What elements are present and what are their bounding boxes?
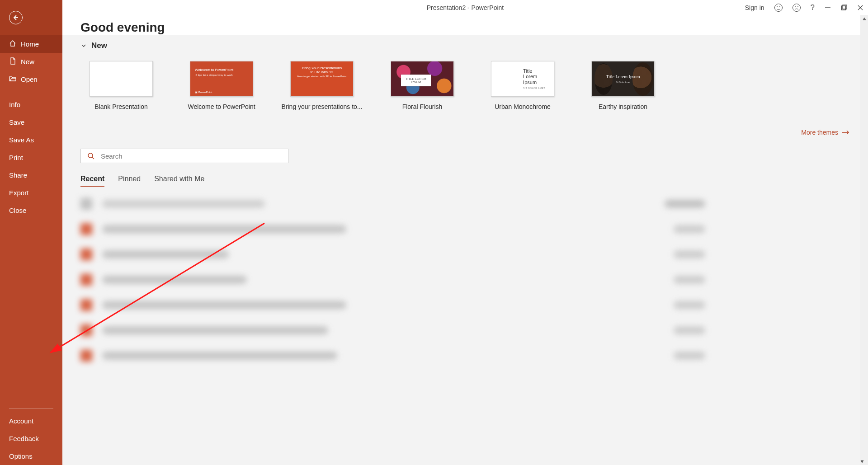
template-thumbnail: TitleLorem IpsumSIT DOLOR AMET — [491, 61, 554, 97]
sidebar-item-open[interactable]: Open — [0, 70, 62, 88]
new-section-header[interactable]: New — [80, 41, 850, 50]
page-icon — [9, 57, 16, 66]
new-section-label: New — [91, 41, 107, 50]
template-orange1[interactable]: Welcome to PowerPoint5 tips for a simple… — [190, 61, 253, 110]
chevron-down-icon — [80, 42, 87, 49]
more-themes-label: More themes — [801, 129, 838, 136]
template-mono[interactable]: TitleLorem IpsumSIT DOLOR AMETUrban Mono… — [491, 61, 554, 110]
sidebar-item-new[interactable]: New — [0, 53, 62, 70]
sidebar-item-label: Account — [9, 417, 33, 425]
sidebar-item-label: Close — [9, 207, 26, 214]
sidebar-item-export[interactable]: Export — [0, 184, 62, 202]
tab-pinned[interactable]: Pinned — [118, 175, 141, 187]
feedback-smile-icon[interactable] — [774, 4, 783, 12]
sidebar-item-label: Home — [21, 40, 39, 48]
sidebar-item-label: Save As — [9, 136, 34, 144]
sidebar-item-info[interactable]: Info — [0, 96, 62, 113]
template-thumbnail: Welcome to PowerPoint5 tips for a simple… — [190, 61, 253, 97]
sidebar-item-account[interactable]: Account — [0, 412, 62, 430]
back-button-zone[interactable] — [0, 0, 62, 35]
section-divider — [80, 124, 850, 124]
template-label: Earthy inspiration — [582, 103, 664, 110]
recent-file-row[interactable] — [80, 296, 850, 314]
close-icon[interactable] — [857, 5, 863, 11]
help-icon[interactable]: ? — [811, 3, 815, 12]
sign-in-link[interactable]: Sign in — [745, 4, 764, 11]
sidebar-item-print[interactable]: Print — [0, 149, 62, 166]
tab-shared-with-me[interactable]: Shared with Me — [154, 175, 204, 187]
template-label: Bring your presentations to... — [281, 103, 363, 110]
minimize-icon[interactable] — [825, 5, 831, 11]
recent-file-row[interactable] — [80, 347, 850, 365]
sidebar-divider — [9, 408, 53, 409]
backstage-content: New Blank PresentationWelcome to PowerPo… — [62, 35, 868, 465]
maximize-icon[interactable] — [841, 5, 847, 11]
sidebar-item-feedback[interactable]: Feedback — [0, 430, 62, 447]
template-thumbnail: TITLE LOREMIPSUM — [391, 61, 454, 97]
svg-marker-9 — [863, 18, 866, 20]
template-label: Blank Presentation — [80, 103, 162, 110]
template-thumbnail: Title Lorem IpsumSit Dolor Amet — [591, 61, 655, 97]
template-orange2[interactable]: Bring Your Presentationsto Life with 3DH… — [290, 61, 354, 110]
sidebar-item-label: Feedback — [9, 435, 39, 442]
template-blank[interactable]: Blank Presentation — [90, 61, 153, 110]
sidebar-item-save[interactable]: Save — [0, 113, 62, 131]
template-label: Welcome to PowerPoint — [181, 103, 262, 110]
backstage-main: Good evening New Blank PresentationWelco… — [62, 15, 868, 465]
tab-recent[interactable]: Recent — [80, 175, 104, 187]
scroll-up-icon[interactable] — [860, 15, 868, 23]
sidebar-item-close[interactable]: Close — [0, 202, 62, 219]
sidebar-item-label: Export — [9, 189, 28, 197]
folder-icon — [9, 75, 16, 84]
feedback-frown-icon[interactable] — [793, 4, 801, 12]
home-icon — [9, 40, 16, 48]
search-icon — [87, 152, 94, 160]
title-bar: Presentation2 - PowerPoint Sign in ? — [62, 0, 868, 15]
search-box[interactable] — [80, 149, 288, 163]
sidebar-item-label: Save — [9, 118, 24, 126]
template-label: Floral Flourish — [382, 103, 463, 110]
window-controls: Sign in ? — [745, 0, 863, 15]
sidebar-item-label: Share — [9, 171, 27, 179]
more-themes-link[interactable]: More themes — [80, 129, 850, 136]
sidebar-item-label: New — [21, 58, 34, 66]
svg-point-7 — [88, 153, 93, 158]
arrow-right-icon — [842, 130, 850, 135]
vertical-scrollbar[interactable] — [860, 15, 868, 465]
sidebar-item-save-as[interactable]: Save As — [0, 131, 62, 149]
recent-files-list — [80, 195, 850, 365]
template-gallery: Blank PresentationWelcome to PowerPoint5… — [80, 61, 850, 110]
sidebar-item-label: Open — [21, 75, 38, 83]
svg-line-8 — [92, 157, 94, 159]
recent-file-row[interactable] — [80, 220, 850, 238]
sidebar-divider — [9, 92, 53, 92]
recent-file-row[interactable] — [80, 245, 850, 263]
sidebar-item-label: Options — [9, 452, 33, 460]
template-thumbnail: Bring Your Presentationsto Life with 3DH… — [290, 61, 354, 97]
template-floral[interactable]: TITLE LOREMIPSUMFloral Flourish — [391, 61, 454, 110]
search-input[interactable] — [101, 152, 282, 160]
sidebar-item-share[interactable]: Share — [0, 166, 62, 184]
template-label: Urban Monochrome — [482, 103, 563, 110]
sidebar-item-label: Info — [9, 101, 20, 108]
recent-file-row[interactable] — [80, 321, 850, 339]
recent-file-row[interactable] — [80, 195, 850, 213]
sidebar-item-label: Print — [9, 154, 23, 161]
template-earthy[interactable]: Title Lorem IpsumSit Dolor AmetEarthy in… — [591, 61, 655, 110]
window-title: Presentation2 - PowerPoint — [427, 4, 504, 11]
recent-tabs: RecentPinnedShared with Me — [80, 175, 850, 187]
scroll-down-icon[interactable] — [860, 457, 864, 465]
sidebar-item-home[interactable]: Home — [0, 35, 62, 53]
template-thumbnail — [90, 61, 153, 97]
recent-file-row[interactable] — [80, 271, 850, 289]
back-arrow-icon — [9, 11, 23, 24]
sidebar-item-options[interactable]: Options — [0, 447, 62, 465]
svg-marker-10 — [861, 460, 863, 463]
backstage-sidebar: HomeNewOpen InfoSaveSave AsPrintShareExp… — [0, 0, 62, 465]
